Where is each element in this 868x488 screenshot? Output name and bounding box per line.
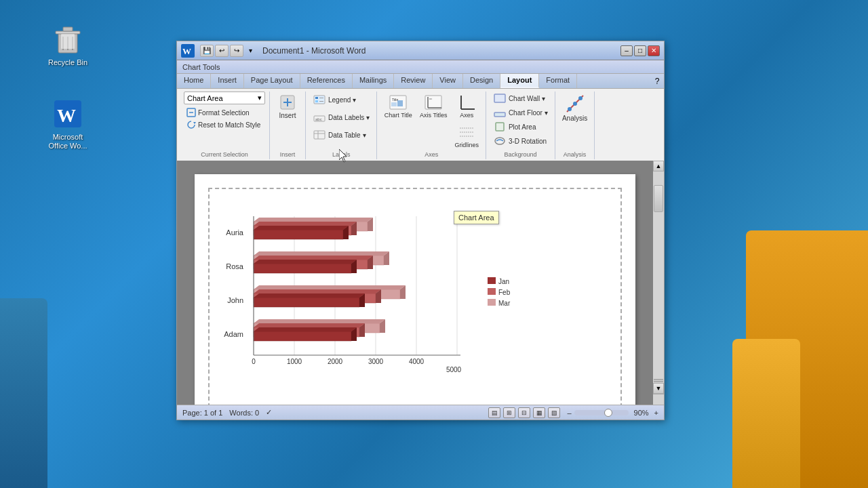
title-buttons: – □ ✕ [620,45,660,56]
svg-text:John: John [227,296,243,304]
view-web-btn[interactable]: ⊟ [518,407,530,418]
axes-col3: Axes Gridlines [452,92,481,150]
chart-container[interactable]: Auria Rosa John Adam 0 1000 2000 3000 40… [208,188,622,405]
data-table-btn[interactable]: Data Table ▾ [310,127,369,143]
tab-design[interactable]: Design [463,74,500,88]
recycle-bin-label: Recycle Bin [48,58,87,67]
svg-marker-81 [254,260,357,264]
undo-btn[interactable]: ↩ [215,45,229,57]
tab-insert[interactable]: Insert [211,74,244,88]
svg-rect-2 [63,27,73,31]
zoom-level: 90% [634,409,649,417]
insert-group-title: Insert [274,150,301,158]
analysis-group-title: Analysis [559,150,590,158]
redo-btn[interactable]: ↪ [230,45,243,57]
tab-review[interactable]: Review [394,74,433,88]
svg-marker-69 [254,222,357,226]
plot-area-label: Plot Area [509,123,536,131]
legend-icon [313,93,326,106]
chart-title-btn[interactable]: Title Chart Title [381,92,415,120]
svg-rect-103 [488,277,496,284]
tab-home[interactable]: Home [177,74,211,88]
insert-icon [278,93,297,112]
ms-word-icon[interactable]: W Microsoft Office Wo... [41,95,95,153]
chart-svg: Auria Rosa John Adam 0 1000 2000 3000 40… [216,196,614,399]
ribbon-group-labels: Legend ▾ abc Data Labels ▾ [307,92,377,159]
window-title: Document1 - Microsoft Word [262,46,366,56]
maximize-btn[interactable]: □ [634,45,646,56]
chart-wall-label: Chart Wall [509,95,540,102]
page-indicator: Page: 1 of 1 [182,409,222,417]
chart-floor-btn[interactable]: Chart Floor ▾ [490,106,551,119]
data-labels-icon: abc [313,110,326,124]
format-selection-btn[interactable]: Format Selection [184,107,252,118]
svg-rect-18 [315,97,318,99]
scroll-dot1 [654,379,663,380]
document-area: Auria Rosa John Adam 0 1000 2000 3000 40… [177,161,664,405]
scroll-down-btn[interactable]: ▼ [653,383,664,394]
view-outline-btn[interactable]: ▦ [533,407,545,418]
reset-to-match-btn[interactable]: Reset to Match Style [184,119,263,130]
scroll-extra-btns[interactable] [653,378,664,383]
rotation-3d-btn[interactable]: 3-D Rotation [490,134,549,148]
tab-mailings[interactable]: Mailings [353,74,394,88]
ribbon-group-current-selection: Chart Area ▾ Format Selection Reset to M… [181,92,270,159]
quick-access-toolbar: 💾 ↩ ↪ ▾ [200,45,256,57]
desktop: Recycle Bin W Microsoft Office Wo... W [0,0,868,488]
save-btn[interactable]: 💾 [200,45,214,57]
svg-marker-87 [254,289,381,293]
legend-btn[interactable]: Legend ▾ [310,92,359,108]
svg-rect-30 [397,100,403,106]
gridlines-btn[interactable]: Gridlines [452,121,481,150]
view-draft-btn[interactable]: ▧ [548,407,560,418]
analysis-label: Analysis [562,115,587,122]
scroll-thumb[interactable] [654,185,663,212]
spell-check-icon[interactable]: ✓ [266,408,272,417]
chart-wall-arrow: ▾ [542,95,545,102]
svg-text:Mar: Mar [498,300,511,307]
tab-layout[interactable]: Layout [500,74,539,88]
zoom-minus-btn[interactable]: – [567,409,571,417]
scroll-up-btn[interactable]: ▲ [653,161,664,171]
axes-buttons: Title Chart Title [381,92,481,150]
view-fullscreen-btn[interactable]: ⊞ [503,407,515,418]
status-right: ▤ ⊞ ⊟ ▦ ▧ – 90% + [488,407,658,418]
scroll-dot2 [654,381,663,382]
insert-buttons: Insert [274,92,301,150]
svg-text:5000: 5000 [446,366,462,373]
analysis-btn[interactable]: Analysis [559,92,590,123]
status-bar: Page: 1 of 1 Words: 0 ✓ ▤ ⊞ ⊟ ▦ ▧ – 90% … [177,405,664,420]
word-count: Words: 0 [229,409,259,417]
tab-format[interactable]: Format [539,74,577,88]
close-btn[interactable]: ✕ [648,45,660,56]
reset-to-match-label: Reset to Match Style [198,121,260,129]
recycle-bin-icon[interactable]: Recycle Bin [41,20,95,70]
doc-page: Auria Rosa John Adam 0 1000 2000 3000 40… [195,174,635,405]
view-normal-btn[interactable]: ▤ [488,407,500,418]
svg-rect-107 [488,299,496,306]
customize-btn[interactable]: ▾ [245,45,256,57]
insert-btn[interactable]: Insert [274,92,301,121]
data-table-icon [313,128,326,142]
dropdown-arrow: ▾ [258,94,262,102]
chart-wall-btn[interactable]: Chart Wall ▾ [490,92,548,105]
data-labels-btn[interactable]: abc Data Labels ▾ [310,109,372,125]
background-group-title: Background [490,150,551,158]
svg-text:Rosa: Rosa [226,262,244,270]
tab-view[interactable]: View [433,74,463,88]
svg-point-45 [568,107,572,111]
tab-page-layout[interactable]: Page Layout [244,74,300,88]
minimize-btn[interactable]: – [620,45,633,56]
help-btn[interactable]: ? [650,74,664,88]
svg-text:1000: 1000 [287,358,302,365]
zoom-plus-btn[interactable]: + [654,409,658,417]
scroll-track[interactable] [653,171,664,378]
svg-point-46 [573,102,577,106]
axis-titles-btn[interactable]: ax Axis Titles [416,92,450,120]
zoom-slider[interactable] [574,410,629,415]
svg-text:ax: ax [429,97,432,100]
axes-btn[interactable]: Axes [452,92,481,120]
chart-area-dropdown[interactable]: Chart Area ▾ [184,92,265,104]
plot-area-btn[interactable]: Plot Area [490,120,539,134]
tab-references[interactable]: References [300,74,353,88]
